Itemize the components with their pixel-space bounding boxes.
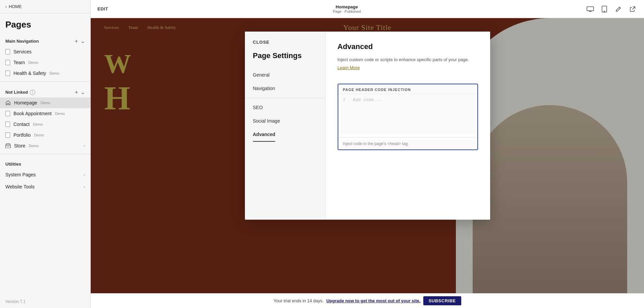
- store-demo-badge: Demo: [29, 144, 38, 148]
- modal-right-title: Advanced: [338, 42, 478, 51]
- modal-nav-general[interactable]: General: [245, 68, 325, 82]
- page-icon: [5, 122, 10, 127]
- code-injection-label: PAGE HEADER CODE INJECTION: [338, 84, 477, 94]
- learn-more-link[interactable]: Learn More: [338, 65, 360, 70]
- team-label: Team: [13, 60, 25, 65]
- back-label: HOME: [9, 4, 22, 9]
- sidebar-item-services[interactable]: Services: [0, 46, 90, 57]
- book-appointment-demo-badge: Demo: [55, 112, 65, 116]
- website-tools-label: Website Tools: [5, 184, 35, 189]
- website-tools-chevron-icon: ›: [84, 184, 85, 189]
- sidebar-title: Pages: [0, 13, 90, 33]
- main-nav-actions: + ⌄: [75, 38, 85, 44]
- back-arrow-icon: ‹: [5, 4, 7, 9]
- main-nav-label: Main Navigation: [5, 39, 39, 44]
- code-placeholder: Add code...: [353, 97, 382, 102]
- page-icon: [5, 71, 10, 76]
- not-linked-section: Not Linked i + ⌄: [0, 84, 90, 97]
- sidebar-item-portfolio[interactable]: Portfolio Demo: [0, 130, 90, 140]
- sidebar-item-team[interactable]: Team Demo: [0, 57, 90, 68]
- page-name: Homepage: [336, 4, 358, 9]
- sidebar-item-book-appointment[interactable]: Book Appointment Demo: [0, 108, 90, 119]
- edit-pen-icon[interactable]: [614, 4, 623, 14]
- utilities-label: Utilities: [0, 157, 90, 169]
- homepage-label: Homepage: [14, 100, 37, 105]
- divider-2: [0, 154, 90, 154]
- system-pages-chevron-icon: ›: [84, 172, 85, 177]
- team-demo-badge: Demo: [28, 60, 38, 64]
- collapse-main-nav-icon[interactable]: ⌄: [81, 38, 85, 44]
- system-pages-label: System Pages: [5, 172, 36, 177]
- trial-text: Your trial ends in 14 days.: [273, 298, 324, 303]
- collapse-not-linked-icon[interactable]: ⌄: [81, 89, 85, 95]
- code-editor-divider: [338, 137, 477, 137]
- sidebar-item-store[interactable]: Store Demo ›: [0, 140, 90, 151]
- book-appointment-label: Book Appointment: [13, 111, 52, 116]
- modal-close-button[interactable]: CLOSE: [245, 40, 325, 51]
- add-not-linked-icon[interactable]: +: [75, 89, 78, 95]
- code-editor[interactable]: 1 Add code...: [338, 94, 477, 134]
- sidebar-item-contact[interactable]: Contact Demo: [0, 119, 90, 130]
- modal-overlay: CLOSE Page Settings General Navigation S…: [91, 18, 644, 293]
- topbar-right: [586, 4, 637, 14]
- code-line-1: 1 Add code...: [343, 97, 473, 102]
- homepage-demo-badge: Demo: [41, 101, 50, 105]
- modal-nav-divider: [245, 98, 325, 98]
- back-button[interactable]: ‹ HOME: [0, 0, 90, 13]
- modal-nav-navigation[interactable]: Navigation: [245, 82, 325, 95]
- store-chevron-icon: ›: [84, 143, 85, 148]
- line-number: 1: [343, 97, 348, 102]
- store-icon: [5, 143, 11, 148]
- upgrade-link[interactable]: Upgrade now to get the most out of your …: [326, 298, 420, 303]
- health-safety-demo-badge: Demo: [49, 71, 59, 75]
- health-safety-label: Health & Safety: [13, 71, 46, 76]
- topbar: EDIT Homepage Page · Published: [91, 0, 644, 18]
- home-icon: [5, 100, 11, 105]
- not-linked-label: Not Linked: [5, 90, 28, 95]
- portfolio-demo-badge: Demo: [34, 133, 44, 137]
- edit-button[interactable]: EDIT: [97, 6, 108, 11]
- divider: [0, 81, 90, 82]
- not-linked-info-icon[interactable]: i: [30, 90, 35, 95]
- subscribe-button[interactable]: SUBSCRIBE: [423, 296, 461, 305]
- code-injection-box: PAGE HEADER CODE INJECTION 1 Add code...…: [338, 84, 478, 150]
- svg-rect-2: [587, 7, 594, 11]
- svg-point-6: [604, 11, 605, 12]
- tablet-view-icon[interactable]: [600, 4, 609, 14]
- page-icon: [5, 49, 10, 54]
- modal-right-description: Inject custom code or scripts to enhance…: [338, 56, 478, 63]
- page-settings-modal: CLOSE Page Settings General Navigation S…: [245, 32, 490, 220]
- modal-nav-social-image[interactable]: Social Image: [245, 114, 325, 128]
- contact-label: Contact: [13, 122, 30, 127]
- sidebar-item-health-safety[interactable]: Health & Safety Demo: [0, 68, 90, 79]
- contact-demo-badge: Demo: [33, 122, 43, 126]
- page-status: Page · Published: [333, 9, 361, 13]
- sidebar-system-pages[interactable]: System Pages ›: [0, 169, 90, 181]
- main-nav-section: Main Navigation + ⌄: [0, 33, 90, 46]
- not-linked-actions: + ⌄: [75, 89, 85, 95]
- modal-nav-advanced[interactable]: Advanced: [253, 128, 275, 142]
- modal-left-panel: CLOSE Page Settings General Navigation S…: [245, 32, 326, 220]
- topbar-center: Homepage Page · Published: [333, 4, 361, 13]
- desktop-view-icon[interactable]: [586, 4, 595, 14]
- sidebar: ‹ HOME Pages Main Navigation + ⌄ Service…: [0, 0, 91, 308]
- sidebar-website-tools[interactable]: Website Tools ›: [0, 181, 90, 193]
- code-hint: Inject code in the page's <head> tag.: [338, 140, 477, 149]
- page-icon: [5, 60, 10, 65]
- portfolio-label: Portfolio: [13, 132, 31, 138]
- page-icon: [5, 132, 10, 138]
- bottom-bar: Your trial ends in 14 days. Upgrade now …: [91, 293, 644, 308]
- services-label: Services: [13, 49, 32, 54]
- modal-title: Page Settings: [245, 51, 325, 68]
- store-label: Store: [14, 143, 25, 148]
- version-label: Version 7.1: [0, 295, 90, 308]
- page-icon: [5, 111, 10, 116]
- modal-right-panel: Advanced Inject custom code or scripts t…: [326, 32, 490, 220]
- add-main-nav-icon[interactable]: +: [75, 38, 78, 44]
- modal-nav-seo[interactable]: SEO: [245, 101, 325, 114]
- open-external-icon[interactable]: [628, 4, 637, 14]
- sidebar-item-homepage[interactable]: Homepage Demo: [0, 97, 90, 108]
